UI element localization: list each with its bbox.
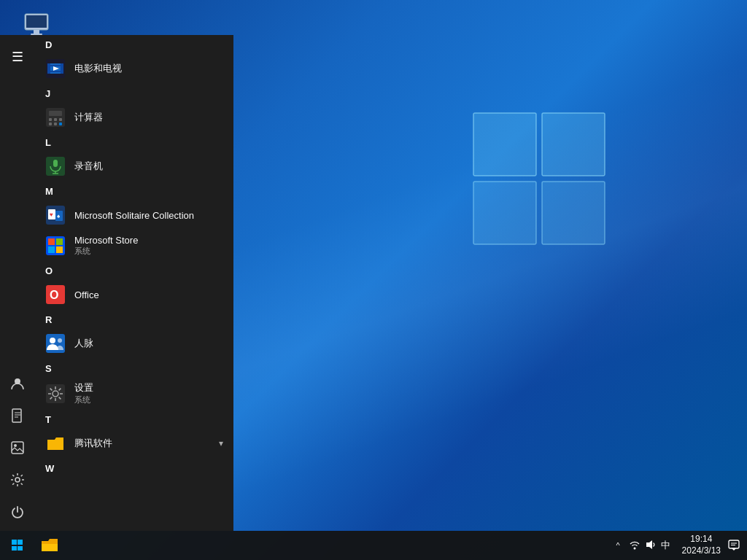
app-item-store[interactable]: Microsoft Store 系统 bbox=[35, 230, 233, 261]
clock-date-display[interactable]: 19:14 2024/3/13 bbox=[676, 534, 727, 556]
app-list: D 电影和电视 J 计算器 L bbox=[35, 35, 233, 531]
store-name: Microsoft Store bbox=[74, 235, 223, 246]
svg-text:O: O bbox=[50, 289, 58, 301]
hamburger-menu-button[interactable]: ☰ bbox=[0, 41, 35, 73]
sidebar-settings-button[interactable] bbox=[0, 464, 35, 496]
svg-rect-40 bbox=[56, 238, 63, 245]
settings-name: 设置 bbox=[74, 381, 223, 394]
section-header-t: T bbox=[35, 410, 233, 428]
solitaire-info: Microsoft Solitaire Collection bbox=[74, 210, 223, 221]
sidebar-power-button[interactable] bbox=[0, 496, 35, 528]
section-header-d: D bbox=[35, 35, 233, 53]
start-sidebar: ☰ bbox=[0, 35, 35, 531]
section-header-j: J bbox=[35, 84, 233, 102]
solitaire-name: Microsoft Solitaire Collection bbox=[74, 210, 223, 221]
svg-rect-6 bbox=[34, 30, 39, 34]
svg-rect-39 bbox=[48, 238, 55, 245]
section-header-m: M bbox=[35, 182, 233, 200]
svg-rect-1 bbox=[542, 113, 605, 176]
office-name: Office bbox=[74, 289, 223, 300]
app-item-calculator[interactable]: 计算器 bbox=[35, 102, 233, 133]
store-info: Microsoft Store 系统 bbox=[74, 235, 223, 257]
svg-rect-5 bbox=[26, 15, 47, 28]
desktop: 此电脑 ☰ bbox=[0, 0, 747, 560]
svg-point-50 bbox=[633, 547, 635, 549]
svg-point-13 bbox=[15, 478, 20, 482]
recorder-icon bbox=[45, 156, 66, 176]
section-header-r: R bbox=[35, 310, 233, 328]
office-info: Office bbox=[74, 289, 223, 300]
svg-point-46 bbox=[50, 338, 55, 343]
movies-tv-info: 电影和电视 bbox=[74, 62, 223, 75]
settings-info: 设置 系统 bbox=[74, 381, 223, 405]
tencent-info: 腾讯软件 bbox=[74, 437, 219, 450]
svg-point-47 bbox=[58, 338, 62, 343]
calculator-icon bbox=[45, 107, 66, 128]
svg-rect-42 bbox=[56, 246, 63, 253]
app-item-settings[interactable]: 设置 系统 bbox=[35, 377, 233, 410]
calculator-info: 计算器 bbox=[74, 111, 223, 124]
system-tray: ^ 中 19:14 2024/3/13 bbox=[613, 531, 747, 560]
svg-point-12 bbox=[14, 444, 17, 447]
svg-rect-26 bbox=[49, 122, 52, 125]
svg-rect-18 bbox=[47, 65, 63, 66]
svg-rect-19 bbox=[47, 71, 63, 72]
svg-marker-51 bbox=[646, 540, 652, 549]
svg-rect-23 bbox=[49, 118, 52, 121]
svg-rect-2 bbox=[473, 182, 536, 244]
svg-rect-41 bbox=[48, 246, 55, 253]
movies-tv-icon bbox=[45, 58, 66, 79]
app-item-tencent[interactable]: 腾讯软件 ▾ bbox=[35, 428, 233, 459]
svg-text:♥: ♥ bbox=[50, 211, 53, 218]
store-icon bbox=[45, 236, 66, 256]
section-header-o: O bbox=[35, 261, 233, 279]
svg-rect-0 bbox=[473, 113, 536, 176]
app-item-recorder[interactable]: 录音机 bbox=[35, 151, 233, 182]
movies-tv-name: 电影和电视 bbox=[74, 62, 223, 75]
tencent-name: 腾讯软件 bbox=[74, 437, 219, 450]
tray-icons-area: 中 bbox=[623, 539, 676, 553]
svg-rect-25 bbox=[59, 118, 62, 121]
app-item-people[interactable]: 人脉 bbox=[35, 328, 233, 359]
file-explorer-taskbar-button[interactable] bbox=[35, 531, 64, 560]
svg-rect-22 bbox=[49, 111, 62, 116]
section-header-l: L bbox=[35, 133, 233, 151]
ime-indicator[interactable]: 中 bbox=[661, 539, 670, 552]
windows-logo-icon bbox=[12, 540, 23, 551]
svg-rect-24 bbox=[54, 118, 57, 121]
svg-rect-3 bbox=[542, 182, 605, 244]
people-name: 人脉 bbox=[74, 337, 223, 350]
svg-rect-10 bbox=[12, 409, 21, 422]
start-menu: ☰ bbox=[0, 35, 233, 531]
tray-expand-button[interactable]: ^ bbox=[613, 538, 622, 553]
volume-icon[interactable] bbox=[645, 539, 657, 553]
app-item-office[interactable]: O Office bbox=[35, 279, 233, 310]
desktop-windows-logo bbox=[470, 109, 608, 251]
app-item-solitaire[interactable]: ♥♠ Microsoft Solitaire Collection bbox=[35, 200, 233, 230]
section-header-s: S bbox=[35, 359, 233, 377]
recorder-name: 录音机 bbox=[74, 160, 223, 173]
sidebar-user-button[interactable] bbox=[0, 368, 35, 400]
svg-rect-30 bbox=[53, 160, 58, 167]
store-subtitle: 系统 bbox=[74, 246, 223, 257]
app-item-movies[interactable]: 电影和电视 bbox=[35, 53, 233, 84]
calculator-name: 计算器 bbox=[74, 111, 223, 124]
svg-rect-28 bbox=[59, 122, 62, 125]
solitaire-icon: ♥♠ bbox=[45, 205, 66, 225]
section-header-w: W bbox=[35, 459, 233, 477]
recorder-info: 录音机 bbox=[74, 160, 223, 173]
tencent-folder-icon bbox=[45, 433, 66, 454]
start-button[interactable] bbox=[0, 531, 35, 560]
notification-center-button[interactable] bbox=[727, 531, 741, 560]
svg-rect-52 bbox=[729, 540, 739, 548]
sidebar-document-button[interactable] bbox=[0, 400, 35, 432]
office-icon: O bbox=[45, 284, 66, 305]
people-icon bbox=[45, 333, 66, 354]
svg-rect-45 bbox=[46, 334, 65, 353]
taskbar: ^ 中 19:14 2024/3/13 bbox=[0, 531, 747, 560]
clock-time: 19:14 bbox=[690, 534, 712, 545]
clock-date: 2024/3/13 bbox=[682, 545, 721, 557]
people-info: 人脉 bbox=[74, 337, 223, 350]
sidebar-photos-button[interactable] bbox=[0, 432, 35, 464]
network-icon[interactable] bbox=[629, 539, 640, 553]
